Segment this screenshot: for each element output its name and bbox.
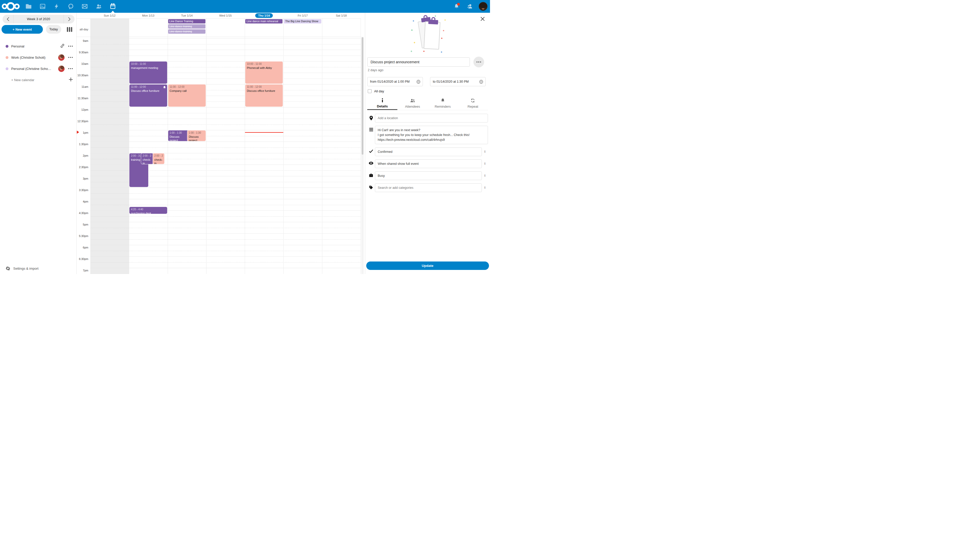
categories-input[interactable]	[375, 183, 482, 192]
event-chip[interactable]: 4:20 - 4:40purchasing dept	[129, 207, 167, 214]
calendar-color-dot[interactable]	[6, 56, 8, 59]
mail-app-icon[interactable]	[78, 0, 92, 13]
previous-week-button[interactable]	[3, 15, 13, 24]
event-time: 11:00 - 12:00	[131, 85, 165, 89]
three-dots-icon	[476, 62, 481, 63]
grid-line-30min	[90, 199, 361, 199]
tab-repeat[interactable]: Repeat	[458, 97, 488, 110]
gear-icon	[6, 266, 10, 271]
event-chip[interactable]: 11:00 - 12:00Company call	[168, 84, 206, 106]
files-app-icon[interactable]	[21, 0, 35, 13]
event-chip[interactable]: 10:00 - 11:00Phonecall with Abby	[245, 62, 283, 84]
event-actions-menu-icon[interactable]	[473, 57, 484, 67]
new-event-button[interactable]: + New event	[2, 25, 43, 34]
calendar-color-dot[interactable]	[6, 67, 8, 70]
location-input[interactable]	[375, 114, 488, 122]
day-header[interactable]: Fri 1/17	[283, 13, 322, 18]
event-chip[interactable]: 2:00 - 2:30check-in	[153, 153, 165, 164]
notification-badge	[457, 3, 460, 6]
location-row	[367, 114, 488, 122]
update-button[interactable]: Update	[366, 262, 489, 270]
day-header[interactable]: Tue 1/14	[168, 13, 206, 18]
settings-import-label: Settings & import	[13, 267, 38, 270]
visibility-select[interactable]: When shared show full event	[375, 159, 482, 168]
grid-scrollbar-thumb[interactable]	[362, 37, 363, 155]
user-avatar[interactable]	[479, 2, 487, 11]
allday-event-chip[interactable]: Line dance training	[168, 29, 205, 34]
event-chip[interactable]: 1:00 - 1:30Discuss project announcement	[168, 130, 188, 141]
availability-select[interactable]: Busy	[375, 172, 482, 180]
next-week-button[interactable]	[64, 15, 75, 24]
tab-reminders[interactable]: Reminders	[428, 97, 458, 110]
event-title-input[interactable]	[367, 57, 470, 67]
end-date-picker[interactable]: to 01/14/2020 at 1:30 PM	[430, 77, 486, 86]
day-header[interactable]: Sat 1/18	[322, 13, 361, 18]
calendar-menu-icon[interactable]	[68, 46, 73, 47]
activity-app-icon[interactable]	[49, 0, 64, 13]
nextcloud-logo-icon[interactable]	[0, 0, 21, 13]
status-info-icon[interactable]: i	[482, 148, 488, 154]
time-gutter-label: 3:30pm	[76, 189, 88, 192]
time-gutter-label: 12:30pm	[76, 120, 88, 123]
all-day-checkbox[interactable]: All day	[368, 89, 384, 93]
left-sidebar: Week 3 of 2020 + New event Today Persona…	[0, 13, 76, 274]
status-select[interactable]: Confirmed	[375, 148, 482, 156]
plus-icon[interactable]	[69, 78, 73, 83]
event-chip[interactable]: 1:00 - 1:30Discuss project	[187, 130, 206, 141]
event-time: 11:00 - 12:00	[247, 85, 281, 89]
allday-event-chip[interactable]: The Big Line Dancing Show	[284, 19, 321, 24]
event-time: 10:00 - 11:00	[247, 62, 281, 66]
share-link-icon[interactable]	[60, 44, 65, 49]
settings-import-button[interactable]: Settings & import	[0, 263, 76, 274]
time-gutter-label: 6:30pm	[76, 257, 88, 260]
details-form: Hi Carl! are you in next week? I got som…	[367, 114, 488, 195]
photos-app-icon[interactable]	[35, 0, 49, 13]
calendar-menu-icon[interactable]	[68, 57, 73, 58]
event-title: check-in	[154, 158, 163, 164]
calendar-list-item[interactable]: Work (Christine Schott)	[0, 52, 76, 63]
availability-info-icon[interactable]: i	[482, 172, 488, 178]
categories-info-icon[interactable]: i	[482, 183, 488, 189]
time-gutter-label: 6pm	[76, 246, 88, 249]
calendar-list-item[interactable]: Personal	[0, 41, 76, 52]
day-header[interactable]: Thu 1/16	[245, 13, 283, 18]
calendar-list-item[interactable]: + New calendar	[0, 74, 76, 86]
contacts-app-icon[interactable]	[92, 0, 106, 13]
event-chip[interactable]: 11:00 - 12:00Discuss office furniture	[245, 84, 283, 106]
visibility-info-icon[interactable]: i	[482, 159, 488, 165]
grid-line-15min	[90, 228, 361, 228]
grid-line-30min	[90, 256, 361, 257]
event-chip[interactable]: 11:00 - 12:00Discuss office furniture	[129, 84, 167, 106]
notifications-bell-icon[interactable]	[452, 0, 461, 13]
allday-event-chip[interactable]: Line Dance Training	[168, 19, 205, 24]
description-textarea[interactable]: Hi Carl! are you in next week? I got som…	[375, 126, 488, 144]
calendar-menu-icon[interactable]	[68, 68, 73, 69]
day-header[interactable]: Sun 1/12	[90, 13, 129, 18]
tab-attendees[interactable]: Attendees	[397, 97, 428, 110]
close-icon[interactable]	[480, 16, 485, 22]
talk-app-icon[interactable]	[64, 0, 78, 13]
column-divider	[90, 18, 91, 274]
timezone-globe-icon[interactable]	[479, 79, 484, 85]
grid-line-15min	[90, 124, 361, 125]
calendar-app-icon[interactable]	[106, 0, 120, 13]
calendar-row-actions	[58, 65, 73, 72]
contacts-menu-icon[interactable]	[466, 0, 474, 13]
calendar-list-item[interactable]: Personal (Christine Scho…	[0, 63, 76, 74]
allday-event-chip[interactable]: Line dance training	[168, 24, 205, 29]
view-switcher-icon[interactable]	[67, 27, 72, 32]
tab-details[interactable]: Details	[367, 97, 397, 110]
event-chip[interactable]: 2:00 - 2:30check-in	[141, 153, 153, 164]
today-button[interactable]: Today	[46, 25, 61, 34]
calendar-color-dot[interactable]	[6, 45, 8, 48]
week-label[interactable]: Week 3 of 2020	[13, 15, 64, 24]
day-header[interactable]: Mon 1/13	[129, 13, 167, 18]
timezone-globe-icon[interactable]	[416, 79, 421, 85]
allday-event-chip[interactable]: Line dance main rehearsal	[245, 19, 283, 24]
day-header[interactable]: Wed 1/15	[206, 13, 245, 18]
event-chip[interactable]: 10:00 - 11:00management meeting	[129, 62, 167, 84]
navbar-right	[452, 0, 487, 13]
start-date-picker[interactable]: from 01/14/2020 at 1:00 PM	[367, 77, 423, 86]
event-title: check-in	[143, 158, 151, 164]
time-gutter-label: 2:30pm	[76, 165, 88, 168]
